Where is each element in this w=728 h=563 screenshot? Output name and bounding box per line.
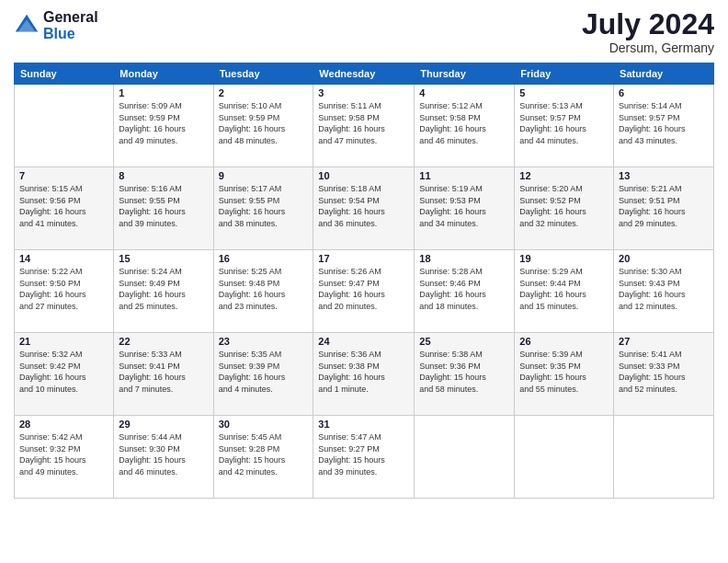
day-number: 11 [419, 170, 509, 181]
day-number: 22 [119, 336, 208, 347]
day-info: Sunrise: 5:29 AM Sunset: 9:44 PM Dayligh… [519, 266, 609, 312]
week-row-5: 28Sunrise: 5:42 AM Sunset: 9:32 PM Dayli… [15, 416, 714, 499]
day-info: Sunrise: 5:10 AM Sunset: 9:59 PM Dayligh… [219, 100, 309, 146]
day-cell: 10Sunrise: 5:18 AM Sunset: 9:54 PM Dayli… [313, 167, 415, 250]
col-tuesday: Tuesday [213, 63, 313, 85]
header: General Blue July 2024 Dersum, Germany [14, 9, 714, 55]
day-number: 13 [619, 170, 709, 181]
day-number: 24 [318, 336, 409, 347]
day-cell: 20Sunrise: 5:30 AM Sunset: 9:43 PM Dayli… [614, 250, 714, 333]
day-cell: 4Sunrise: 5:12 AM Sunset: 9:58 PM Daylig… [415, 85, 515, 167]
day-info: Sunrise: 5:32 AM Sunset: 9:42 PM Dayligh… [19, 349, 108, 395]
day-info: Sunrise: 5:20 AM Sunset: 9:52 PM Dayligh… [519, 183, 609, 229]
day-info: Sunrise: 5:45 AM Sunset: 9:28 PM Dayligh… [219, 431, 309, 477]
day-cell: 26Sunrise: 5:39 AM Sunset: 9:35 PM Dayli… [515, 333, 614, 416]
page: General Blue July 2024 Dersum, Germany S… [0, 0, 728, 563]
day-cell: 5Sunrise: 5:13 AM Sunset: 9:57 PM Daylig… [515, 85, 614, 167]
day-number: 6 [619, 87, 709, 98]
day-info: Sunrise: 5:19 AM Sunset: 9:53 PM Dayligh… [419, 183, 509, 229]
day-cell: 14Sunrise: 5:22 AM Sunset: 9:50 PM Dayli… [15, 250, 114, 333]
day-info: Sunrise: 5:47 AM Sunset: 9:27 PM Dayligh… [318, 431, 409, 477]
day-number: 3 [318, 87, 409, 98]
day-number: 25 [419, 336, 509, 347]
col-sunday: Sunday [15, 63, 114, 85]
day-info: Sunrise: 5:41 AM Sunset: 9:33 PM Dayligh… [619, 349, 709, 395]
calendar-table: Sunday Monday Tuesday Wednesday Thursday… [14, 63, 714, 499]
week-row-1: 1Sunrise: 5:09 AM Sunset: 9:59 PM Daylig… [15, 85, 714, 167]
day-cell: 29Sunrise: 5:44 AM Sunset: 9:30 PM Dayli… [114, 416, 213, 499]
day-info: Sunrise: 5:18 AM Sunset: 9:54 PM Dayligh… [318, 183, 409, 229]
day-info: Sunrise: 5:17 AM Sunset: 9:55 PM Dayligh… [219, 183, 309, 229]
day-number: 5 [519, 87, 609, 98]
day-cell: 7Sunrise: 5:15 AM Sunset: 9:56 PM Daylig… [15, 167, 114, 250]
col-monday: Monday [114, 63, 213, 85]
day-cell: 18Sunrise: 5:28 AM Sunset: 9:46 PM Dayli… [415, 250, 515, 333]
day-cell: 30Sunrise: 5:45 AM Sunset: 9:28 PM Dayli… [213, 416, 313, 499]
week-row-4: 21Sunrise: 5:32 AM Sunset: 9:42 PM Dayli… [15, 333, 714, 416]
day-number: 27 [619, 336, 709, 347]
day-number: 4 [419, 87, 509, 98]
day-info: Sunrise: 5:09 AM Sunset: 9:59 PM Dayligh… [119, 100, 208, 146]
day-cell: 27Sunrise: 5:41 AM Sunset: 9:33 PM Dayli… [614, 333, 714, 416]
day-number: 29 [119, 419, 208, 430]
day-info: Sunrise: 5:21 AM Sunset: 9:51 PM Dayligh… [619, 183, 709, 229]
day-cell: 25Sunrise: 5:38 AM Sunset: 9:36 PM Dayli… [415, 333, 515, 416]
day-cell: 11Sunrise: 5:19 AM Sunset: 9:53 PM Dayli… [415, 167, 515, 250]
col-wednesday: Wednesday [313, 63, 415, 85]
day-info: Sunrise: 5:26 AM Sunset: 9:47 PM Dayligh… [318, 266, 409, 312]
day-info: Sunrise: 5:39 AM Sunset: 9:35 PM Dayligh… [519, 349, 609, 395]
day-info: Sunrise: 5:13 AM Sunset: 9:57 PM Dayligh… [519, 100, 609, 146]
day-info: Sunrise: 5:22 AM Sunset: 9:50 PM Dayligh… [19, 266, 108, 312]
logo: General Blue [14, 9, 98, 42]
day-number: 15 [119, 253, 208, 264]
day-info: Sunrise: 5:44 AM Sunset: 9:30 PM Dayligh… [119, 431, 208, 477]
header-row: Sunday Monday Tuesday Wednesday Thursday… [15, 63, 714, 85]
day-number: 20 [619, 253, 709, 264]
day-cell: 12Sunrise: 5:20 AM Sunset: 9:52 PM Dayli… [515, 167, 614, 250]
col-thursday: Thursday [415, 63, 515, 85]
day-cell: 23Sunrise: 5:35 AM Sunset: 9:39 PM Dayli… [213, 333, 313, 416]
day-cell: 28Sunrise: 5:42 AM Sunset: 9:32 PM Dayli… [15, 416, 114, 499]
day-cell: 16Sunrise: 5:25 AM Sunset: 9:48 PM Dayli… [213, 250, 313, 333]
day-info: Sunrise: 5:24 AM Sunset: 9:49 PM Dayligh… [119, 266, 208, 312]
day-info: Sunrise: 5:14 AM Sunset: 9:57 PM Dayligh… [619, 100, 709, 146]
location: Dersum, Germany [582, 40, 714, 55]
day-number: 18 [419, 253, 509, 264]
day-cell [415, 416, 515, 499]
day-cell: 8Sunrise: 5:16 AM Sunset: 9:55 PM Daylig… [114, 167, 213, 250]
day-cell: 21Sunrise: 5:32 AM Sunset: 9:42 PM Dayli… [15, 333, 114, 416]
day-info: Sunrise: 5:42 AM Sunset: 9:32 PM Dayligh… [19, 431, 108, 477]
day-number: 19 [519, 253, 609, 264]
day-number: 14 [19, 253, 108, 264]
title-block: July 2024 Dersum, Germany [582, 9, 714, 55]
day-number: 2 [219, 87, 309, 98]
day-info: Sunrise: 5:12 AM Sunset: 9:58 PM Dayligh… [419, 100, 509, 146]
col-friday: Friday [515, 63, 614, 85]
week-row-3: 14Sunrise: 5:22 AM Sunset: 9:50 PM Dayli… [15, 250, 714, 333]
day-cell: 15Sunrise: 5:24 AM Sunset: 9:49 PM Dayli… [114, 250, 213, 333]
day-number: 31 [318, 419, 409, 430]
day-info: Sunrise: 5:11 AM Sunset: 9:58 PM Dayligh… [318, 100, 409, 146]
day-info: Sunrise: 5:16 AM Sunset: 9:55 PM Dayligh… [119, 183, 208, 229]
logo-text: General Blue [43, 9, 98, 42]
day-number: 17 [318, 253, 409, 264]
day-cell [515, 416, 614, 499]
day-number: 23 [219, 336, 309, 347]
day-number: 28 [19, 419, 108, 430]
day-cell [15, 85, 114, 167]
day-number: 30 [219, 419, 309, 430]
day-cell: 13Sunrise: 5:21 AM Sunset: 9:51 PM Dayli… [614, 167, 714, 250]
week-row-2: 7Sunrise: 5:15 AM Sunset: 9:56 PM Daylig… [15, 167, 714, 250]
day-cell: 31Sunrise: 5:47 AM Sunset: 9:27 PM Dayli… [313, 416, 415, 499]
logo-icon [14, 13, 40, 39]
day-number: 7 [19, 170, 108, 181]
day-cell: 3Sunrise: 5:11 AM Sunset: 9:58 PM Daylig… [313, 85, 415, 167]
day-info: Sunrise: 5:15 AM Sunset: 9:56 PM Dayligh… [19, 183, 108, 229]
day-number: 1 [119, 87, 208, 98]
day-cell: 9Sunrise: 5:17 AM Sunset: 9:55 PM Daylig… [213, 167, 313, 250]
calendar-body: 1Sunrise: 5:09 AM Sunset: 9:59 PM Daylig… [15, 85, 714, 499]
day-cell: 6Sunrise: 5:14 AM Sunset: 9:57 PM Daylig… [614, 85, 714, 167]
col-saturday: Saturday [614, 63, 714, 85]
day-number: 12 [519, 170, 609, 181]
day-info: Sunrise: 5:38 AM Sunset: 9:36 PM Dayligh… [419, 349, 509, 395]
